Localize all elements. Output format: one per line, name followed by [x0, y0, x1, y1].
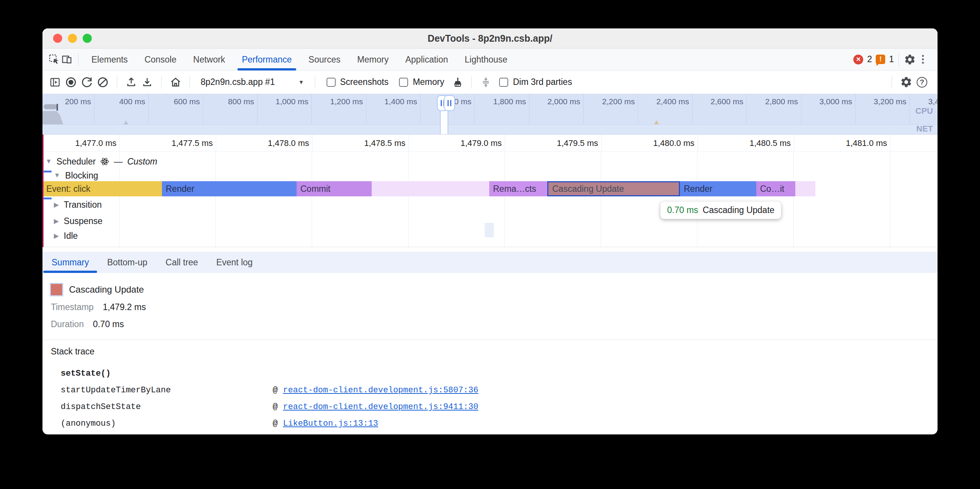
ruler-tick-label: 1,478.5 ms	[341, 135, 406, 152]
more-options-icon[interactable]	[916, 53, 929, 66]
divider	[471, 76, 472, 89]
panel-tab[interactable]: Console	[136, 49, 185, 70]
details-tab[interactable]: Call tree	[157, 252, 207, 273]
chevron-expanded-icon[interactable]: ▼	[54, 172, 60, 179]
record-and-reload-icon[interactable]	[80, 76, 93, 89]
scheduler-track-header[interactable]: ▼ Scheduler — Custom	[46, 154, 158, 169]
chevron-expanded-icon[interactable]: ▼	[46, 158, 52, 165]
flame-bar[interactable]: Co…it	[756, 181, 795, 196]
source-link[interactable]: react-dom-client.development.js:9411:30	[283, 402, 478, 412]
ruler-gridline	[119, 135, 120, 151]
ruler-gridline	[312, 135, 312, 151]
source-link[interactable]: react-dom-client.development.js:5807:36	[283, 386, 478, 395]
panel-tab[interactable]: Elements	[83, 49, 136, 70]
screenshots-checkbox[interactable]: Screenshots	[323, 77, 393, 87]
settings-gear-icon[interactable]	[904, 53, 916, 66]
details-tab[interactable]: Summary	[43, 252, 98, 273]
issues-badges[interactable]: ✕ 2 ! 1	[853, 54, 894, 64]
panel-tab[interactable]: Memory	[349, 49, 397, 70]
dash: —	[114, 157, 123, 167]
chevron-collapsed-icon[interactable]: ▶	[54, 232, 59, 240]
flame-bar[interactable]: Rema…cts	[489, 181, 547, 196]
ruler-gridline	[601, 135, 601, 151]
overview-grip-handle[interactable]	[44, 104, 57, 109]
details-tab[interactable]: Event log	[207, 252, 262, 273]
summary-info-row: Timestamp 1,479.2 ms	[51, 302, 937, 313]
panel-tab[interactable]: Application	[397, 49, 457, 70]
zoom-window-button[interactable]	[83, 34, 92, 43]
chevron-collapsed-icon[interactable]: ▶	[54, 201, 59, 209]
memory-checkbox[interactable]: Memory	[395, 77, 448, 87]
minimize-window-button[interactable]	[68, 34, 77, 43]
flame-bar[interactable]: Cascading Update	[547, 181, 680, 196]
selection-right-handle[interactable]	[444, 95, 455, 111]
upload-profile-icon[interactable]	[125, 76, 138, 89]
timeline-overview[interactable]: 200 ms 400 ms 600 ms 800 ms	[43, 94, 937, 135]
stack-frame: setState()	[61, 365, 937, 382]
stack-trace-list: setState() startUpdateTimerByLane @ reac…	[61, 365, 937, 432]
divider	[43, 340, 937, 340]
flame-bar[interactable]: Commit	[297, 181, 372, 196]
overview-tick-label: 3,000 ms	[798, 97, 852, 106]
overview-tick-label: 2,200 ms	[581, 97, 635, 106]
panel-tab[interactable]: Lighthouse	[456, 49, 516, 70]
selection-range[interactable]	[440, 110, 448, 135]
flame-bar[interactable]: Event: click	[43, 181, 162, 196]
ruler-tick-label: 1,479.0 ms	[437, 135, 502, 152]
checkbox-box	[499, 78, 508, 87]
collapse-sanitize-icon[interactable]	[479, 76, 492, 89]
show-sidebar-icon[interactable]	[49, 76, 61, 89]
divider	[315, 76, 315, 89]
flame-bar[interactable]	[372, 181, 489, 196]
cpu-label: CPU	[916, 106, 933, 116]
lane-row[interactable]: ▶ Idle	[54, 229, 78, 243]
lane-indicator	[43, 171, 52, 173]
source-link[interactable]: LikeButton.js:13:13	[283, 419, 378, 428]
target-select-dropdown[interactable]: 8p2n9n.csb.app #1 ▼	[197, 77, 307, 87]
details-tab[interactable]: Bottom-up	[98, 252, 156, 273]
inspect-element-icon[interactable]	[48, 53, 61, 66]
ruler-tick-label: 1,477.5 ms	[148, 135, 213, 152]
lane-row[interactable]: ▶ Transition	[54, 198, 102, 211]
garbage-collect-icon[interactable]	[451, 76, 464, 89]
overview-tick-label: 1,400 ms	[363, 97, 417, 106]
error-icon: ✕	[853, 55, 863, 64]
window-title: DevTools - 8p2n9n.csb.app/	[43, 29, 937, 48]
help-icon[interactable]: ?	[916, 76, 928, 89]
lane-row[interactable]: ▶ Suspense	[54, 214, 102, 228]
panel-tab[interactable]: Network	[185, 49, 233, 70]
ruler-tick-label: 1,481.0 ms	[822, 135, 887, 152]
flame-bar[interactable]: Render	[680, 181, 756, 196]
ruler-gridline	[216, 135, 216, 151]
traffic-lights	[53, 34, 92, 43]
overview-tick-label: 1,000 ms	[255, 97, 308, 106]
tooltip-label: Cascading Update	[703, 205, 775, 215]
panel-tab[interactable]: Performance	[234, 49, 301, 70]
panel-tab[interactable]: Sources	[300, 49, 348, 70]
record-icon[interactable]	[64, 76, 77, 89]
capture-settings-gear-icon[interactable]	[900, 76, 913, 89]
overview-tick-label: 2,000 ms	[527, 97, 580, 106]
summary-panel: Cascading Update Timestamp 1,479.2 ms Du…	[43, 273, 937, 430]
close-window-button[interactable]	[53, 34, 62, 43]
home-icon[interactable]	[169, 76, 182, 89]
active-tab-underline	[237, 68, 297, 70]
titlebar: DevTools - 8p2n9n.csb.app/	[43, 29, 937, 49]
stack-frame: startUpdateTimerByLane @ react-dom-clien…	[61, 382, 937, 399]
chevron-collapsed-icon[interactable]: ▶	[54, 217, 59, 225]
download-profile-icon[interactable]	[141, 76, 154, 89]
flame-bar[interactable]: Render	[162, 181, 297, 196]
scheduler-track[interactable]: ▼ Scheduler — Custom ▼ Blocking Event: c…	[43, 152, 937, 247]
error-count: 2	[867, 54, 872, 64]
panel-tabs: Elements Console Network Performance	[83, 49, 516, 70]
overview-tick-label: 2,800 ms	[744, 97, 798, 106]
lane-blocking[interactable]: ▼ Blocking	[54, 169, 98, 183]
device-toolbar-icon[interactable]	[61, 53, 73, 66]
ruler-tick-label: 1,480.5 ms	[726, 135, 791, 152]
dim-3rd-parties-checkbox[interactable]: Dim 3rd parties	[495, 77, 576, 87]
flame-bar[interactable]	[795, 181, 815, 196]
react-atom-icon	[100, 157, 109, 166]
clear-icon[interactable]	[96, 76, 109, 89]
event-tooltip: 0.70 ms Cascading Update	[660, 201, 781, 219]
track-title: Scheduler	[57, 157, 96, 167]
